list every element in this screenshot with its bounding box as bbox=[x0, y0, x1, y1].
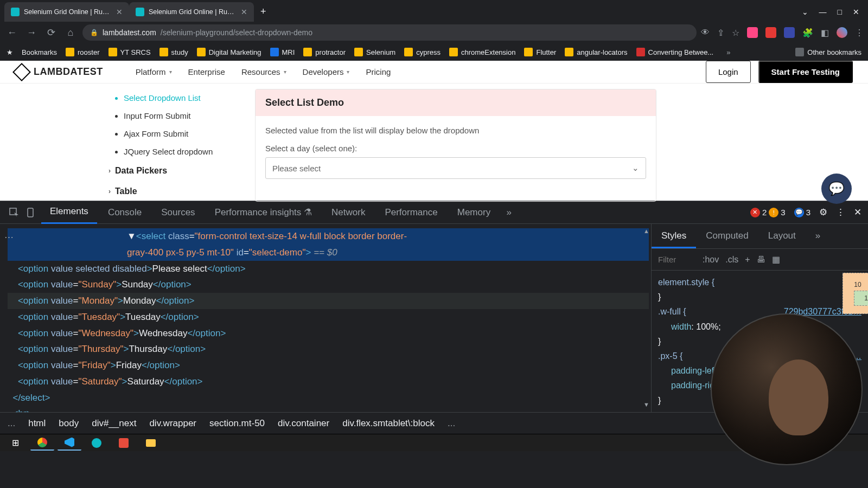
forward-icon[interactable]: → bbox=[24, 27, 39, 38]
incognito-icon[interactable]: 👁 bbox=[701, 28, 710, 37]
tab-computed[interactable]: Computed bbox=[696, 224, 758, 248]
bookmark-item[interactable]: rooster bbox=[66, 48, 99, 56]
nav-resources[interactable]: Resources▾ bbox=[241, 67, 286, 76]
new-tab-button[interactable]: + bbox=[254, 2, 273, 22]
tab-network[interactable]: Network bbox=[323, 202, 374, 223]
reload-icon[interactable]: ⟳ bbox=[43, 27, 59, 38]
taskbar-explorer[interactable] bbox=[139, 435, 163, 451]
bookmark-item[interactable]: angular-locators bbox=[565, 48, 627, 56]
brand-logo[interactable]: LAMBDATEST bbox=[15, 66, 103, 79]
elements-tree[interactable]: ⋯ ▼<select class="form-control text-size… bbox=[0, 224, 651, 412]
flexbox-icon[interactable]: ▦ bbox=[772, 254, 780, 265]
start-free-testing-button[interactable]: Start Free Testing bbox=[758, 61, 853, 83]
home-icon[interactable]: ⌂ bbox=[63, 27, 78, 38]
crumb-item[interactable]: section.mt-50 bbox=[209, 418, 265, 429]
more-styles-tabs-icon[interactable]: » bbox=[806, 224, 830, 248]
bookmark-item[interactable]: YT SRCS bbox=[108, 48, 151, 56]
taskbar-chrome[interactable] bbox=[30, 435, 54, 451]
nav-pricing[interactable]: Pricing bbox=[366, 67, 391, 76]
close-devtools-icon[interactable]: ✕ bbox=[854, 207, 861, 218]
sidepanel-icon[interactable]: ◧ bbox=[821, 28, 829, 38]
device-toggle-icon[interactable] bbox=[24, 205, 39, 220]
extensions-icon[interactable]: 🧩 bbox=[802, 28, 813, 38]
crumb-item[interactable]: ... bbox=[8, 418, 15, 429]
browser-tab[interactable]: Selenium Grid Online | Run Selen ✕ bbox=[129, 2, 254, 22]
crumb-item[interactable]: div#__next bbox=[92, 418, 136, 429]
tab-performance[interactable]: Performance bbox=[376, 202, 446, 223]
crumb-item[interactable]: body bbox=[59, 418, 79, 429]
scroll-up-icon[interactable]: ▲ bbox=[643, 226, 650, 236]
bookmark-item[interactable]: study bbox=[159, 48, 188, 56]
share-icon[interactable]: ⇪ bbox=[717, 28, 724, 38]
hov-toggle[interactable]: :hov bbox=[703, 255, 719, 265]
print-icon[interactable]: 🖶 bbox=[757, 255, 765, 265]
gear-icon[interactable]: ⚙ bbox=[819, 207, 827, 218]
chevron-down-icon[interactable]: ⌄ bbox=[802, 8, 808, 16]
sidebar-item-select-dropdown[interactable]: Select Dropdown List bbox=[124, 89, 233, 107]
sidebar-item-ajax-form[interactable]: Ajax Form Submit bbox=[124, 125, 233, 143]
extension-icon[interactable] bbox=[747, 27, 758, 38]
sidebar-section-data-pickers[interactable]: ›Data Pickers bbox=[108, 160, 233, 181]
bookmark-item[interactable]: Flutter bbox=[524, 48, 556, 56]
crumb-item[interactable]: ... bbox=[448, 418, 455, 429]
login-button[interactable]: Login bbox=[706, 61, 751, 83]
bookmark-item[interactable]: protractor bbox=[303, 48, 346, 56]
close-icon[interactable]: ✕ bbox=[116, 8, 123, 16]
tab-sources[interactable]: Sources bbox=[152, 202, 203, 223]
crumb-item[interactable]: div.wrapper bbox=[149, 418, 196, 429]
sidebar-item-jquery-select[interactable]: JQuery Select dropdown bbox=[124, 143, 233, 160]
close-icon[interactable]: ✕ bbox=[241, 8, 247, 16]
sidebar-section-table[interactable]: ›Table bbox=[108, 181, 233, 202]
bookmark-item[interactable]: cypress bbox=[404, 48, 441, 56]
bookmark-item[interactable]: Digital Marketing bbox=[197, 48, 261, 56]
taskbar-vscode[interactable] bbox=[58, 435, 81, 451]
tab-elements[interactable]: Elements bbox=[41, 201, 97, 224]
tab-performance-insights[interactable]: Performance insights ⚗ bbox=[206, 201, 321, 223]
extension-icon[interactable] bbox=[765, 27, 776, 38]
tab-console[interactable]: Console bbox=[99, 202, 150, 223]
tab-title: Selenium Grid Online | Run Selen bbox=[24, 8, 112, 16]
back-icon[interactable]: ← bbox=[4, 27, 20, 38]
bookmark-item[interactable]: Selenium bbox=[354, 48, 395, 56]
sidebar-item-input-form[interactable]: Input Form Submit bbox=[124, 107, 233, 125]
filter-input[interactable] bbox=[658, 255, 696, 264]
taskbar-app[interactable] bbox=[112, 435, 136, 451]
cls-toggle[interactable]: .cls bbox=[725, 255, 738, 265]
close-window-icon[interactable]: ✕ bbox=[853, 8, 859, 16]
extension-icon[interactable] bbox=[784, 27, 795, 38]
chat-widget-button[interactable]: 💬 bbox=[821, 174, 852, 204]
bookmark-overflow-icon[interactable]: » bbox=[726, 48, 730, 56]
inspect-icon[interactable] bbox=[7, 205, 22, 220]
bookmark-item[interactable]: MRI bbox=[270, 48, 295, 56]
start-button[interactable]: ⊞ bbox=[3, 435, 27, 451]
collapse-dots-icon[interactable]: ⋯ bbox=[4, 229, 14, 246]
url-input[interactable]: 🔒 lambdatest.com/selenium-playground/sel… bbox=[82, 24, 697, 41]
style-rule[interactable]: element.style { } bbox=[658, 275, 861, 304]
maximize-icon[interactable]: □ bbox=[838, 8, 842, 16]
crumb-item[interactable]: div.flex.smtablet\:block bbox=[342, 418, 435, 429]
bookmark-item[interactable]: Converting Betwee... bbox=[636, 48, 714, 56]
menu-icon[interactable]: ⋮ bbox=[855, 28, 864, 38]
crumb-item[interactable]: div.container bbox=[278, 418, 329, 429]
profile-avatar-icon[interactable] bbox=[837, 27, 847, 38]
browser-tab[interactable]: Selenium Grid Online | Run Selen ✕ bbox=[4, 2, 129, 22]
scroll-down-icon[interactable]: ▼ bbox=[643, 400, 650, 410]
nav-enterprise[interactable]: Enterprise bbox=[188, 67, 225, 76]
error-badge[interactable]: ✕2 !3 bbox=[750, 208, 786, 217]
kebab-menu-icon[interactable]: ⋮ bbox=[836, 207, 845, 218]
crumb-item[interactable]: html bbox=[28, 418, 46, 429]
bookmark-item[interactable]: chromeExtension bbox=[449, 48, 515, 56]
add-rule-icon[interactable]: + bbox=[745, 255, 750, 265]
more-tabs-icon[interactable]: » bbox=[501, 205, 516, 220]
tab-styles[interactable]: Styles bbox=[652, 224, 696, 248]
other-bookmarks[interactable]: Other bookmarks bbox=[795, 48, 861, 56]
issues-badge[interactable]: 💬3 bbox=[794, 208, 810, 217]
bookmark-star-icon[interactable]: ☆ bbox=[732, 28, 739, 38]
nav-platform[interactable]: Platform▾ bbox=[136, 67, 172, 76]
minimize-icon[interactable]: ― bbox=[819, 8, 827, 16]
tab-memory[interactable]: Memory bbox=[449, 202, 499, 223]
taskbar-app[interactable] bbox=[85, 435, 108, 451]
day-select[interactable]: Please select ⌄ bbox=[265, 157, 646, 179]
nav-developers[interactable]: Developers▾ bbox=[303, 67, 350, 76]
tab-layout[interactable]: Layout bbox=[758, 224, 806, 248]
